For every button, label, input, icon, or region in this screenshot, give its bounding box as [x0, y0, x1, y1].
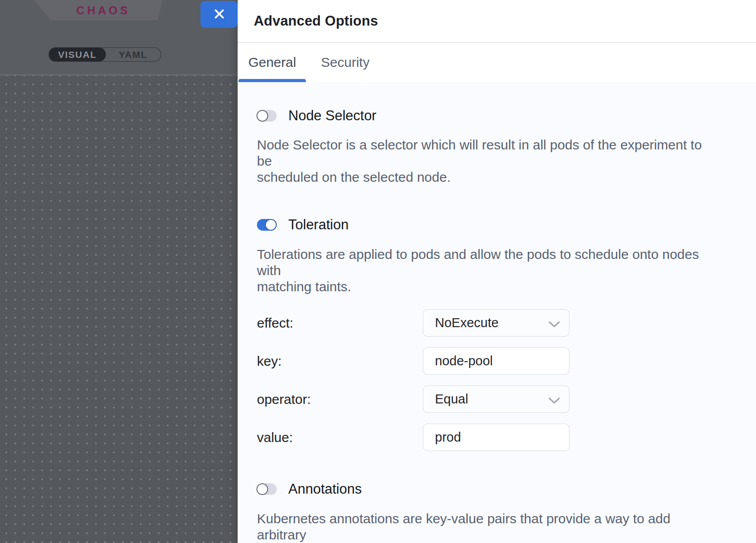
desc-line: matching taints. [257, 279, 720, 295]
close-drawer-button[interactable] [200, 1, 238, 28]
chevron-down-icon [548, 392, 560, 407]
drawer-tabs: General Security [238, 43, 756, 82]
drawer-title: Advanced Options [254, 13, 378, 29]
value-row: value: [257, 424, 720, 451]
chaos-studio-background: CHAOS STUDIO VISUAL YAML [0, 0, 238, 543]
toleration-row: Toleration [257, 217, 720, 232]
node-selector-toggle[interactable] [257, 110, 277, 122]
operator-label: operator: [257, 392, 423, 407]
key-label: key: [257, 354, 423, 369]
visual-tab[interactable]: VISUAL [49, 48, 106, 61]
drawer-body: Node Selector Node Selector is a selecto… [238, 108, 756, 543]
visual-yaml-toggle[interactable]: VISUAL YAML [48, 47, 161, 62]
advanced-options-drawer: Advanced Options General Security Node S… [238, 0, 756, 543]
node-selector-label: Node Selector [288, 108, 376, 124]
chaos-studio-logo: CHAOS STUDIO [35, 0, 162, 20]
value-input[interactable] [423, 424, 569, 451]
tab-general[interactable]: General [239, 43, 306, 82]
toleration-toggle[interactable] [257, 219, 277, 231]
toleration-form: effect: NoExecute key: operator: Equal [257, 309, 720, 451]
key-input[interactable] [423, 347, 569, 375]
effect-select[interactable]: NoExecute [423, 309, 569, 337]
desc-line: Kubernetes annotations are key-value pai… [257, 511, 720, 543]
close-icon [213, 8, 226, 22]
annotations-toggle[interactable] [257, 483, 277, 495]
operator-select[interactable]: Equal [423, 385, 569, 413]
chaos-studio-logo-text: CHAOS STUDIO [35, 0, 162, 20]
tab-security[interactable]: Security [306, 43, 385, 82]
effect-row: effect: NoExecute [257, 309, 720, 337]
desc-line: scheduled on the selected node. [257, 169, 720, 185]
value-label: value: [257, 430, 423, 445]
toggle-knob [256, 110, 268, 122]
node-selector-description: Node Selector is a selector which will r… [257, 137, 720, 185]
operator-value: Equal [435, 392, 468, 407]
toggle-knob [265, 219, 277, 231]
key-row: key: [257, 347, 720, 375]
operator-row: operator: Equal [257, 385, 720, 413]
active-tab-underline [239, 79, 306, 82]
chevron-down-icon [548, 315, 560, 330]
experiment-canvas [0, 75, 238, 543]
annotations-row: Annotations [257, 482, 720, 497]
effect-label: effect: [257, 315, 423, 331]
annotations-label: Annotations [288, 481, 362, 497]
desc-line: Node Selector is a selector which will r… [257, 137, 720, 169]
node-selector-row: Node Selector [257, 108, 720, 123]
toleration-description: Tolerations are applied to pods and allo… [257, 246, 720, 295]
effect-value: NoExecute [435, 315, 499, 330]
annotations-description: Kubernetes annotations are key-value pai… [257, 511, 720, 543]
tab-security-label: Security [321, 55, 369, 70]
drawer-header: Advanced Options [238, 0, 756, 43]
toggle-knob [256, 483, 268, 495]
tab-general-label: General [248, 55, 296, 70]
desc-line: Tolerations are applied to pods and allo… [257, 246, 720, 279]
toleration-label: Toleration [288, 217, 348, 233]
yaml-tab[interactable]: YAML [105, 48, 161, 61]
